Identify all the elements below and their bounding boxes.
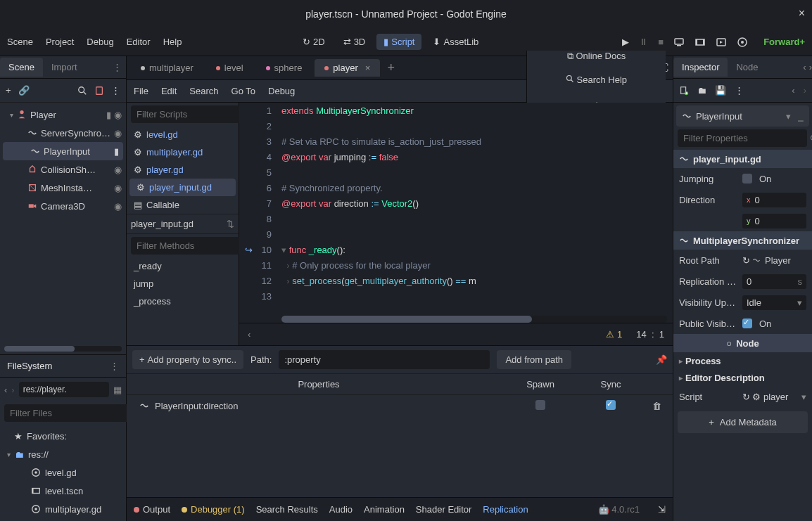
tree-node-playerinput[interactable]: PlayerInput ▮ [3,142,123,160]
play-custom-icon[interactable] [737,37,748,48]
tree-node-camera[interactable]: Camera3D ◉ [0,197,126,215]
script-item[interactable]: ⚙multiplayer.gd [127,143,239,161]
workspace-3d[interactable]: ⇄3D [336,34,373,50]
tab-import[interactable]: Import [43,58,86,77]
inspector-back-icon[interactable]: ‹ [792,85,794,96]
code-editor[interactable]: 1extends MultiplayerSynchronizer 2 3# Se… [239,103,673,345]
code-scrollbar[interactable] [281,316,667,323]
sync-checkbox[interactable] [606,400,616,410]
public-visibility-checkbox[interactable] [742,319,752,328]
script-item[interactable]: ▤Callable [127,196,239,214]
tab-search-results[interactable]: Search Results [256,504,318,515]
spawn-checkbox[interactable] [535,400,545,410]
tab-audio[interactable]: Audio [329,504,353,515]
tab-shader[interactable]: Shader Editor [416,504,472,515]
visibility-icon[interactable]: ◉ [114,201,122,212]
tab-animation[interactable]: Animation [364,504,405,515]
tab-replication[interactable]: Replication [483,504,528,515]
add-tab-icon[interactable]: + [387,60,395,75]
delete-row-icon[interactable]: 🗑 [646,401,667,411]
visibility-icon[interactable]: ◉ [114,165,122,175]
movie-icon[interactable] [694,37,706,48]
play-icon[interactable]: ▶ [622,37,629,47]
script-menu-debug[interactable]: Debug [268,86,295,96]
code-minimap[interactable] [616,103,673,187]
save-resource-icon[interactable]: 💾 [715,85,726,96]
script-item[interactable]: ⚙player.gd [127,161,239,179]
load-resource-icon[interactable]: 🖿 [697,85,706,96]
scene-scrollbar[interactable] [4,346,122,352]
jumping-checkbox[interactable] [742,174,752,184]
filesystem-path[interactable]: res://player. [19,382,109,397]
method-item[interactable]: _process [127,292,239,310]
history-forward-icon[interactable]: › [809,62,812,72]
manage-icon[interactable]: ⎯ [798,111,804,122]
nav-back-icon[interactable]: ‹ [4,385,7,395]
renderer-label[interactable]: Forward+ [763,37,805,47]
fs-file[interactable]: level.tscn [3,482,123,500]
workspace-2d[interactable]: ↻2D [296,34,332,50]
online-docs-link[interactable]: ⧉ Online Docs [567,51,626,62]
search-icon[interactable] [77,86,87,96]
tab-node[interactable]: Node [728,58,766,77]
close-tab-icon[interactable]: × [365,63,371,73]
workspace-script[interactable]: ▮Script [376,34,421,50]
sort-icon[interactable]: ⇅ [227,219,234,229]
play-scene-icon[interactable] [716,37,727,48]
script-item[interactable]: ⚙player_input.gd [129,179,236,196]
direction-x-input[interactable]: x0 [742,193,806,207]
menu-project[interactable]: Project [46,37,74,47]
script-icon[interactable]: ▮ [114,146,119,157]
inspector-forward-icon[interactable]: › [804,85,806,96]
scene-tab-player[interactable]: player× [315,59,380,77]
add-from-path-button[interactable]: Add from path [497,350,571,369]
pin-icon[interactable]: 📌 [656,354,667,365]
tree-node-player[interactable]: ▾ Player ▮◉ [0,105,126,124]
method-item[interactable]: jump [127,275,239,292]
history-back-icon[interactable]: ‹ [803,62,806,72]
workspace-assetlib[interactable]: ⬇AssetLib [426,34,486,50]
new-resource-icon[interactable] [679,86,689,96]
fs-file[interactable]: level.gd [3,463,123,482]
script-icon[interactable]: ▮ [106,110,111,120]
view-mode-icon[interactable]: ▦ [113,385,122,395]
attach-script-icon[interactable] [94,86,104,96]
script-menu-file[interactable]: File [134,86,148,96]
inspector-menu-icon[interactable]: ⋮ [735,85,744,96]
run-remote-icon[interactable] [673,37,685,48]
warning-count[interactable]: ⚠ 1 [606,329,622,340]
inspector-object-selector[interactable]: PlayerInput ▾ ⎯ [676,105,809,127]
direction-y-input[interactable]: y0 [742,214,806,229]
script-menu-search[interactable]: Search [189,86,218,96]
tab-output[interactable]: Output [134,504,170,515]
nav-forward-icon[interactable]: › [11,385,14,395]
menu-debug[interactable]: Debug [87,37,113,47]
inspector-section-sync[interactable]: MultiplayerSynchronizer [673,231,812,250]
inspector-filter-input[interactable] [678,129,807,147]
script-menu-edit[interactable]: Edit [161,86,177,96]
visibility-update-select[interactable]: Idle▾ [742,295,806,310]
filesystem-filter-input[interactable] [4,404,134,422]
fs-root[interactable]: ▾ 🖿 res:// [3,445,123,463]
method-item[interactable]: _ready [127,257,239,275]
visibility-icon[interactable]: ◉ [114,128,122,139]
inspector-category-node[interactable]: ○Node [673,334,812,352]
visibility-icon[interactable]: ◉ [114,183,122,193]
tree-node-mesh[interactable]: MeshInsta… ◉ [0,179,126,197]
collapse-icon[interactable]: ⇲ [658,504,666,515]
tab-inspector[interactable]: Inspector [673,58,728,77]
replication-interval-input[interactable]: 0s [742,274,806,289]
reset-icon[interactable]: ↻ [742,392,752,402]
search-help-link[interactable]: Search Help [566,75,627,85]
tab-scene[interactable]: Scene [0,58,43,77]
pause-icon[interactable]: ⏸ [639,37,648,47]
scene-tab-sphere[interactable]: sphere [256,59,312,77]
fs-file[interactable]: multiplayer.gd [3,500,123,518]
add-metadata-button[interactable]: +Add Metadata [678,411,808,433]
path-input[interactable] [279,350,490,369]
scene-tab-level[interactable]: level [206,59,253,77]
reset-icon[interactable]: ↻ [742,255,752,266]
tree-menu-icon[interactable]: ⋮ [111,85,120,96]
dock-menu-icon[interactable]: ⋮ [113,62,122,72]
tab-debugger[interactable]: Debugger (1) [182,504,245,515]
